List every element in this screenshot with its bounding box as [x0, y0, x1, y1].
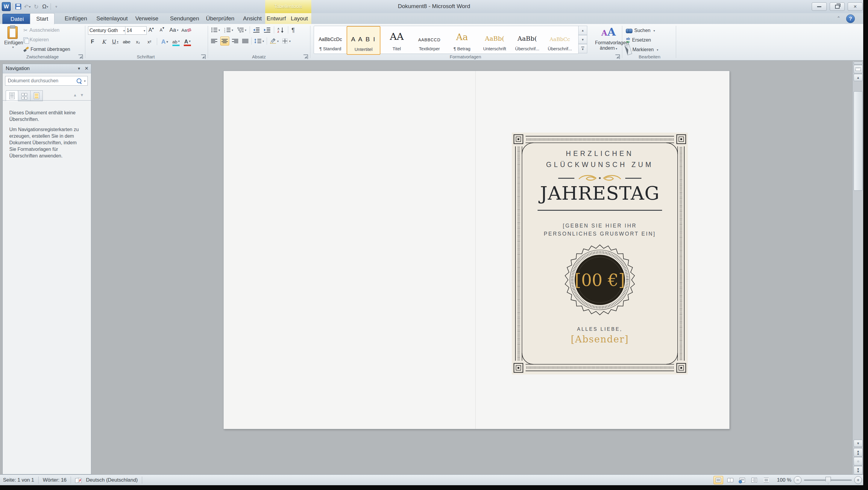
style-unterschrift[interactable]: AaBb( Unterschrift: [478, 26, 511, 54]
document-search-box[interactable]: ▾: [5, 76, 88, 86]
draft-view-button[interactable]: [762, 476, 771, 484]
find-button[interactable]: Suchen▾: [626, 26, 655, 35]
align-left-button[interactable]: [210, 37, 218, 45]
page-count[interactable]: Seite: 1 von 1: [3, 477, 34, 483]
font-size-combo[interactable]: 14▾: [125, 26, 147, 35]
decrease-indent-button[interactable]: [252, 26, 261, 34]
spellcheck-icon[interactable]: ✗: [75, 478, 82, 483]
align-right-button[interactable]: [231, 37, 240, 45]
web-layout-view-button[interactable]: [738, 476, 747, 484]
tab-ueberpruefen[interactable]: Überprüfen: [200, 13, 240, 24]
text-effects-button[interactable]: A▾: [161, 37, 168, 46]
ruler-toggle-button[interactable]: [854, 65, 863, 73]
card-placeholder-text[interactable]: [GEBEN SIE HIER IHR PERSONLICHES GRUßWOR…: [537, 222, 663, 238]
help-button[interactable]: ?: [846, 14, 855, 23]
line-spacing-button[interactable]: ▾: [253, 37, 265, 45]
tab-seitenlayout[interactable]: Seitenlayout: [90, 13, 134, 24]
tab-layout[interactable]: Layout: [287, 13, 311, 24]
style-ueberschrift-1[interactable]: AaBb( Überschrif...: [511, 26, 544, 54]
style-standard[interactable]: AaBbCcDc ¶ Standard: [314, 26, 347, 54]
tab-ansicht[interactable]: Ansicht: [237, 13, 268, 24]
strikethrough-button[interactable]: abe: [123, 37, 130, 46]
card-sender-placeholder[interactable]: [Absender]: [512, 334, 688, 344]
paragraph-dialog-launcher[interactable]: [304, 55, 308, 59]
price-badge[interactable]: [00 €]: [564, 244, 636, 316]
badge-amount[interactable]: [00 €]: [575, 270, 625, 290]
scrollbar-thumb[interactable]: [854, 91, 863, 191]
shading-button[interactable]: ▾: [269, 37, 280, 45]
zoom-slider-thumb[interactable]: [826, 477, 831, 484]
nav-tab-pages[interactable]: [18, 90, 31, 101]
paste-button[interactable]: Einfügen ▾: [4, 26, 21, 56]
shrink-font-button[interactable]: A▼: [159, 26, 166, 34]
sort-button[interactable]: AZ: [277, 26, 285, 34]
font-color-button[interactable]: A▾: [184, 37, 191, 46]
subscript-button[interactable]: x₂: [134, 37, 142, 46]
split-window-handle[interactable]: [854, 62, 863, 64]
bullet-list-button[interactable]: ▾: [210, 26, 221, 34]
pane-close-icon[interactable]: ✕: [85, 64, 89, 73]
previous-page-button[interactable]: ▲▲: [854, 448, 863, 457]
vertical-scrollbar[interactable]: ▲ ▼ ▲▲ ○ ▼▼: [852, 61, 863, 474]
borders-button[interactable]: ▾: [281, 37, 291, 45]
nav-tab-results[interactable]: [30, 90, 43, 101]
tab-verweise[interactable]: Verweise: [129, 13, 164, 24]
numbered-list-button[interactable]: 123▾: [223, 26, 234, 34]
style-textkoerper[interactable]: AABBCCD Textkörper: [413, 26, 446, 54]
scroll-up-button[interactable]: ▲: [854, 74, 863, 81]
font-dialog-launcher[interactable]: [201, 55, 206, 59]
print-layout-view-button[interactable]: [714, 476, 723, 484]
nav-tab-headings[interactable]: [6, 90, 18, 101]
search-options-dropdown-icon[interactable]: ▾: [84, 79, 86, 83]
document-page[interactable]: HERZLICHEN GLÜCKWUNSCH ZUM JAHRESTAG: [224, 71, 730, 429]
superscript-button[interactable]: x²: [146, 37, 153, 46]
cut-button[interactable]: ✂ Ausschneiden: [23, 26, 60, 34]
scroll-down-button[interactable]: ▼: [854, 440, 863, 447]
search-icon[interactable]: [76, 79, 82, 83]
multilevel-list-button[interactable]: ▾: [237, 26, 247, 34]
change-case-button[interactable]: Aa▾: [169, 26, 178, 34]
highlight-color-button[interactable]: ab▾: [172, 37, 180, 46]
collapse-ribbon-icon[interactable]: ⌃: [837, 16, 840, 21]
grow-font-button[interactable]: A▲: [148, 26, 156, 34]
replace-button[interactable]: abac Ersetzen: [626, 36, 651, 44]
increase-indent-button[interactable]: [263, 26, 272, 34]
style-ueberschrift-2[interactable]: AaBbCc Überschrif...: [544, 26, 576, 54]
clear-formatting-button[interactable]: Aa: [181, 26, 191, 34]
gallery-scroll-down-button[interactable]: ▼: [578, 35, 587, 44]
tab-datei[interactable]: Datei: [2, 14, 32, 25]
italic-button[interactable]: K: [100, 37, 108, 46]
style-titel[interactable]: AA Titel: [380, 26, 413, 54]
language-indicator[interactable]: Deutsch (Deutschland): [86, 477, 138, 483]
select-browse-object-button[interactable]: ○: [854, 457, 863, 465]
greeting-card[interactable]: HERZLICHEN GLÜCKWUNSCH ZUM JAHRESTAG: [512, 132, 688, 374]
tab-entwurf[interactable]: Entwurf: [265, 13, 287, 24]
align-center-button[interactable]: [220, 36, 229, 45]
search-input[interactable]: [7, 78, 75, 84]
restore-button[interactable]: [830, 2, 845, 11]
outline-view-button[interactable]: [749, 476, 759, 484]
tab-sendungen[interactable]: Sendungen: [164, 13, 205, 24]
copy-button[interactable]: Kopieren: [23, 36, 49, 44]
tab-einfuegen[interactable]: Einfügen: [59, 13, 93, 24]
zoom-level[interactable]: 100 %: [777, 477, 792, 483]
select-button[interactable]: Markieren▾: [626, 45, 658, 54]
fullscreen-reading-view-button[interactable]: [725, 476, 735, 484]
underline-button[interactable]: U▾: [111, 37, 119, 46]
pane-options-dropdown-icon[interactable]: ▼: [77, 64, 81, 73]
word-count[interactable]: Wörter: 16: [43, 477, 66, 483]
zoom-out-button[interactable]: −: [794, 476, 802, 484]
format-painter-button[interactable]: Format übertragen: [23, 45, 70, 53]
style-betrag[interactable]: Aa ¶ Betrag: [446, 26, 478, 54]
styles-dialog-launcher[interactable]: [615, 55, 620, 59]
font-name-combo[interactable]: Century Goth▾: [88, 26, 126, 35]
zoom-slider[interactable]: [804, 480, 852, 481]
gallery-expand-button[interactable]: ▼: [578, 44, 587, 53]
show-paragraph-marks-button[interactable]: ¶: [291, 26, 296, 34]
bold-button[interactable]: F: [89, 37, 96, 46]
gallery-scroll-up-button[interactable]: ▲: [578, 26, 587, 35]
style-untertitel-selected[interactable]: A A B I Untertitel: [347, 26, 380, 55]
justify-button[interactable]: [241, 37, 250, 45]
paste-dropdown-icon[interactable]: ▾: [5, 45, 21, 49]
clipboard-dialog-launcher[interactable]: [79, 55, 83, 59]
